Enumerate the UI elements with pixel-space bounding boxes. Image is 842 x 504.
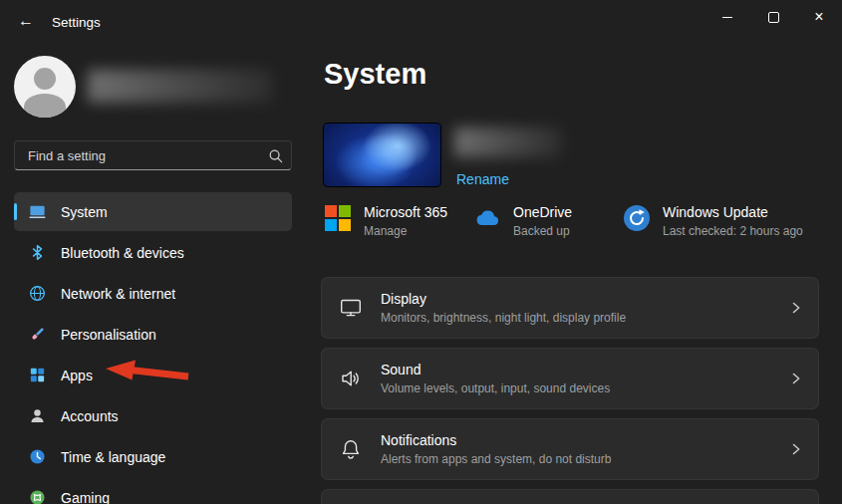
- sidebar-item-label: Bluetooth & devices: [61, 245, 184, 261]
- bell-icon: [339, 437, 363, 461]
- globe-icon: [27, 284, 47, 304]
- display-card[interactable]: Display Monitors, brightness, night ligh…: [321, 277, 819, 339]
- chevron-right-icon: [790, 372, 802, 385]
- sidebar-item-network[interactable]: Network & internet: [14, 274, 292, 313]
- sidebar-item-accounts[interactable]: Accounts: [14, 396, 292, 435]
- window-controls: ×: [704, 0, 842, 34]
- sidebar-item-label: Accounts: [61, 408, 119, 424]
- microsoft-365-icon: [324, 204, 352, 232]
- status-text: OneDrive Backed up: [513, 203, 572, 240]
- card-title: Sound: [381, 361, 610, 378]
- clock-icon: [27, 447, 47, 467]
- bluetooth-icon: [27, 243, 47, 263]
- device-name-redacted: [454, 127, 562, 157]
- monitor-icon: [27, 202, 47, 222]
- maximize-icon: [768, 12, 779, 23]
- sidebar-nav: System Bluetooth & devices Network & int…: [14, 192, 292, 504]
- app-grid-icon: [27, 366, 47, 385]
- card-title: Notifications: [381, 431, 611, 449]
- search-input[interactable]: [26, 147, 268, 164]
- status-title: OneDrive: [513, 203, 572, 221]
- status-title: Microsoft 365: [364, 203, 447, 221]
- device-wallpaper-thumbnail: [324, 124, 440, 186]
- rename-link[interactable]: Rename: [456, 171, 509, 187]
- status-text: Windows Update Last checked: 2 hours ago: [663, 203, 803, 240]
- sound-icon: [339, 367, 363, 390]
- sidebar-item-bluetooth[interactable]: Bluetooth & devices: [14, 233, 292, 272]
- minimize-button[interactable]: [704, 0, 750, 34]
- settings-window: ← Settings × System Bluetooth &: [0, 0, 842, 504]
- status-text: Microsoft 365 Manage: [364, 203, 447, 240]
- card-subtitle: Alerts from apps and system, do not dist…: [381, 451, 611, 467]
- quick-status-row: Microsoft 365 Manage OneDrive Backed up …: [324, 203, 803, 240]
- status-title: Windows Update: [663, 203, 803, 221]
- onedrive-status[interactable]: OneDrive Backed up: [473, 203, 623, 240]
- settings-cards: Display Monitors, brightness, night ligh…: [321, 277, 819, 504]
- sidebar-item-label: Time & language: [61, 449, 165, 465]
- sidebar-item-label: System: [61, 204, 108, 220]
- avatar[interactable]: [14, 56, 76, 118]
- microsoft-365-status[interactable]: Microsoft 365 Manage: [324, 203, 473, 240]
- card-text: Notifications Alerts from apps and syste…: [381, 431, 611, 467]
- maximize-button[interactable]: [750, 0, 796, 34]
- titlebar: ← Settings ×: [0, 0, 842, 44]
- back-button[interactable]: ←: [8, 4, 44, 38]
- card-subtitle: Volume levels, output, input, sound devi…: [381, 380, 610, 396]
- close-icon: ×: [814, 8, 823, 26]
- chevron-right-icon: [790, 301, 802, 315]
- window-title: Settings: [52, 15, 101, 30]
- sidebar-item-system[interactable]: System: [14, 192, 292, 231]
- sidebar-item-label: Personalisation: [61, 327, 156, 343]
- status-subtitle: Last checked: 2 hours ago: [663, 223, 803, 240]
- xbox-icon: [27, 488, 47, 504]
- person-icon: [27, 406, 47, 426]
- onedrive-cloud-icon: [473, 204, 501, 232]
- card-text: Sound Volume levels, output, input, soun…: [381, 361, 610, 396]
- page-title: System: [324, 58, 426, 91]
- card-text: Display Monitors, brightness, night ligh…: [381, 290, 626, 326]
- status-subtitle: Backed up: [513, 223, 572, 240]
- minimize-icon: [722, 17, 732, 18]
- profile-name-redacted: [88, 70, 273, 103]
- windows-update-status[interactable]: Windows Update Last checked: 2 hours ago: [623, 203, 803, 240]
- sidebar-item-label: Apps: [61, 368, 93, 383]
- windows-update-icon: [623, 204, 651, 232]
- paintbrush-icon: [27, 325, 47, 345]
- close-button[interactable]: ×: [796, 0, 842, 34]
- notifications-card[interactable]: Notifications Alerts from apps and syste…: [321, 418, 819, 480]
- status-subtitle: Manage: [364, 223, 447, 240]
- search-box: [14, 140, 292, 170]
- sidebar-item-gaming[interactable]: Gaming: [14, 478, 292, 504]
- sidebar-item-time-language[interactable]: Time & language: [14, 437, 292, 476]
- sidebar-item-label: Network & internet: [61, 286, 175, 302]
- settings-card-partial[interactable]: [321, 489, 819, 504]
- sidebar-item-personalisation[interactable]: Personalisation: [14, 315, 292, 354]
- sidebar-item-apps[interactable]: Apps: [14, 356, 292, 394]
- search-icon: [268, 148, 283, 163]
- card-title: Display: [381, 290, 626, 308]
- sound-card[interactable]: Sound Volume levels, output, input, soun…: [321, 348, 819, 409]
- card-subtitle: Monitors, brightness, night light, displ…: [381, 310, 626, 326]
- chevron-right-icon: [790, 442, 802, 456]
- back-icon: ←: [18, 12, 34, 30]
- sidebar-item-label: Gaming: [61, 490, 110, 504]
- display-icon: [339, 296, 363, 320]
